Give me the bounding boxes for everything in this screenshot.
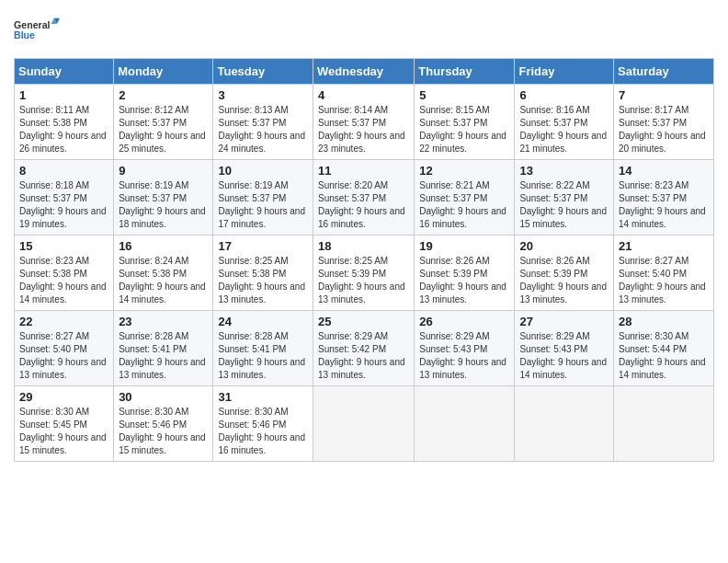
day-info: Sunrise: 8:27 AMSunset: 5:40 PMDaylight:… xyxy=(19,330,108,382)
day-info: Sunrise: 8:18 AMSunset: 5:37 PMDaylight:… xyxy=(19,179,108,231)
day-number: 26 xyxy=(419,315,509,328)
week-row-4: 22 Sunrise: 8:27 AMSunset: 5:40 PMDaylig… xyxy=(15,311,714,386)
calendar-cell: 31 Sunrise: 8:30 AMSunset: 5:46 PMDaylig… xyxy=(213,386,313,462)
day-info: Sunrise: 8:26 AMSunset: 5:39 PMDaylight:… xyxy=(419,255,509,306)
calendar-cell: 4 Sunrise: 8:14 AMSunset: 5:37 PMDayligh… xyxy=(313,85,415,160)
day-number: 31 xyxy=(218,390,308,404)
logo: General Blue xyxy=(14,9,60,51)
day-info: Sunrise: 8:29 AMSunset: 5:43 PMDaylight:… xyxy=(419,330,509,382)
calendar-cell: 19 Sunrise: 8:26 AMSunset: 5:39 PMDaylig… xyxy=(415,236,515,311)
day-info: Sunrise: 8:16 AMSunset: 5:37 PMDaylight:… xyxy=(519,104,609,155)
calendar-cell: 7 Sunrise: 8:17 AMSunset: 5:37 PMDayligh… xyxy=(614,85,714,160)
calendar-cell: 5 Sunrise: 8:15 AMSunset: 5:37 PMDayligh… xyxy=(415,85,515,160)
day-info: Sunrise: 8:30 AMSunset: 5:45 PMDaylight:… xyxy=(19,406,108,457)
day-info: Sunrise: 8:23 AMSunset: 5:38 PMDaylight:… xyxy=(19,255,108,306)
calendar-cell: 20 Sunrise: 8:26 AMSunset: 5:39 PMDaylig… xyxy=(515,236,614,311)
day-number: 14 xyxy=(619,164,709,178)
day-info: Sunrise: 8:22 AMSunset: 5:37 PMDaylight:… xyxy=(519,179,609,231)
calendar-cell xyxy=(614,386,714,462)
day-info: Sunrise: 8:23 AMSunset: 5:37 PMDaylight:… xyxy=(619,179,709,231)
day-info: Sunrise: 8:30 AMSunset: 5:46 PMDaylight:… xyxy=(119,406,208,457)
calendar-cell: 15 Sunrise: 8:23 AMSunset: 5:38 PMDaylig… xyxy=(15,236,114,311)
day-info: Sunrise: 8:19 AMSunset: 5:37 PMDaylight:… xyxy=(218,179,308,231)
day-number: 25 xyxy=(318,315,409,328)
calendar-cell: 6 Sunrise: 8:16 AMSunset: 5:37 PMDayligh… xyxy=(515,85,614,160)
week-row-5: 29 Sunrise: 8:30 AMSunset: 5:45 PMDaylig… xyxy=(15,386,714,462)
calendar-cell: 9 Sunrise: 8:19 AMSunset: 5:37 PMDayligh… xyxy=(114,160,213,236)
day-number: 30 xyxy=(119,390,208,404)
week-row-2: 8 Sunrise: 8:18 AMSunset: 5:37 PMDayligh… xyxy=(15,160,714,236)
day-info: Sunrise: 8:25 AMSunset: 5:38 PMDaylight:… xyxy=(218,255,308,306)
day-number: 20 xyxy=(519,239,609,253)
day-info: Sunrise: 8:11 AMSunset: 5:38 PMDaylight:… xyxy=(19,104,108,155)
weekday-header-tuesday: Tuesday xyxy=(213,59,313,85)
day-info: Sunrise: 8:13 AMSunset: 5:37 PMDaylight:… xyxy=(218,104,308,155)
day-number: 17 xyxy=(218,239,308,253)
calendar-cell: 16 Sunrise: 8:24 AMSunset: 5:38 PMDaylig… xyxy=(114,236,213,311)
day-number: 7 xyxy=(619,88,709,102)
day-info: Sunrise: 8:29 AMSunset: 5:43 PMDaylight:… xyxy=(519,330,609,382)
day-info: Sunrise: 8:15 AMSunset: 5:37 PMDaylight:… xyxy=(419,104,509,155)
calendar-cell: 8 Sunrise: 8:18 AMSunset: 5:37 PMDayligh… xyxy=(15,160,114,236)
calendar-cell: 12 Sunrise: 8:21 AMSunset: 5:37 PMDaylig… xyxy=(415,160,515,236)
calendar-cell: 11 Sunrise: 8:20 AMSunset: 5:37 PMDaylig… xyxy=(313,160,415,236)
day-info: Sunrise: 8:12 AMSunset: 5:37 PMDaylight:… xyxy=(119,104,208,155)
svg-text:Blue: Blue xyxy=(14,29,35,40)
calendar-cell: 13 Sunrise: 8:22 AMSunset: 5:37 PMDaylig… xyxy=(515,160,614,236)
calendar-cell xyxy=(515,386,614,462)
day-info: Sunrise: 8:24 AMSunset: 5:38 PMDaylight:… xyxy=(119,255,208,306)
calendar-cell: 14 Sunrise: 8:23 AMSunset: 5:37 PMDaylig… xyxy=(614,160,714,236)
week-row-1: 1 Sunrise: 8:11 AMSunset: 5:38 PMDayligh… xyxy=(15,85,714,160)
day-number: 24 xyxy=(218,315,308,328)
day-info: Sunrise: 8:21 AMSunset: 5:37 PMDaylight:… xyxy=(419,179,509,231)
day-info: Sunrise: 8:25 AMSunset: 5:39 PMDaylight:… xyxy=(318,255,409,306)
calendar-cell: 10 Sunrise: 8:19 AMSunset: 5:37 PMDaylig… xyxy=(213,160,313,236)
calendar-cell: 29 Sunrise: 8:30 AMSunset: 5:45 PMDaylig… xyxy=(15,386,114,462)
calendar-cell xyxy=(415,386,515,462)
day-number: 28 xyxy=(619,315,709,328)
day-number: 29 xyxy=(19,390,108,404)
weekday-header-monday: Monday xyxy=(114,59,213,85)
day-number: 18 xyxy=(318,239,409,253)
day-number: 5 xyxy=(419,88,509,102)
calendar-cell xyxy=(313,386,415,462)
weekday-header-saturday: Saturday xyxy=(614,59,714,85)
day-number: 19 xyxy=(419,239,509,253)
calendar-cell: 3 Sunrise: 8:13 AMSunset: 5:37 PMDayligh… xyxy=(213,85,313,160)
day-info: Sunrise: 8:17 AMSunset: 5:37 PMDaylight:… xyxy=(619,104,709,155)
calendar-cell: 22 Sunrise: 8:27 AMSunset: 5:40 PMDaylig… xyxy=(15,311,114,386)
weekday-header-friday: Friday xyxy=(515,59,614,85)
day-number: 6 xyxy=(519,88,609,102)
calendar: SundayMondayTuesdayWednesdayThursdayFrid… xyxy=(14,58,714,462)
calendar-cell: 23 Sunrise: 8:28 AMSunset: 5:41 PMDaylig… xyxy=(114,311,213,386)
day-info: Sunrise: 8:26 AMSunset: 5:39 PMDaylight:… xyxy=(519,255,609,306)
day-info: Sunrise: 8:30 AMSunset: 5:46 PMDaylight:… xyxy=(218,406,308,457)
calendar-cell: 18 Sunrise: 8:25 AMSunset: 5:39 PMDaylig… xyxy=(313,236,415,311)
day-info: Sunrise: 8:29 AMSunset: 5:42 PMDaylight:… xyxy=(318,330,409,382)
calendar-cell: 28 Sunrise: 8:30 AMSunset: 5:44 PMDaylig… xyxy=(614,311,714,386)
calendar-cell: 25 Sunrise: 8:29 AMSunset: 5:42 PMDaylig… xyxy=(313,311,415,386)
calendar-cell: 17 Sunrise: 8:25 AMSunset: 5:38 PMDaylig… xyxy=(213,236,313,311)
day-info: Sunrise: 8:28 AMSunset: 5:41 PMDaylight:… xyxy=(218,330,308,382)
day-number: 3 xyxy=(218,88,308,102)
day-number: 8 xyxy=(19,164,108,178)
calendar-cell: 27 Sunrise: 8:29 AMSunset: 5:43 PMDaylig… xyxy=(515,311,614,386)
weekday-header-wednesday: Wednesday xyxy=(313,59,415,85)
day-number: 11 xyxy=(318,164,409,178)
day-number: 13 xyxy=(519,164,609,178)
page: General Blue SundayMondayTuesdayWednesda… xyxy=(0,0,728,563)
day-number: 4 xyxy=(318,88,409,102)
calendar-cell: 2 Sunrise: 8:12 AMSunset: 5:37 PMDayligh… xyxy=(114,85,213,160)
day-number: 1 xyxy=(19,88,108,102)
weekday-header-thursday: Thursday xyxy=(415,59,515,85)
day-number: 22 xyxy=(19,315,108,328)
day-info: Sunrise: 8:19 AMSunset: 5:37 PMDaylight:… xyxy=(119,179,208,231)
calendar-cell: 1 Sunrise: 8:11 AMSunset: 5:38 PMDayligh… xyxy=(15,85,114,160)
weekday-header-sunday: Sunday xyxy=(15,59,114,85)
day-number: 12 xyxy=(419,164,509,178)
svg-text:General: General xyxy=(14,19,51,30)
day-number: 15 xyxy=(19,239,108,253)
day-number: 21 xyxy=(619,239,709,253)
day-info: Sunrise: 8:20 AMSunset: 5:37 PMDaylight:… xyxy=(318,179,409,231)
calendar-cell: 21 Sunrise: 8:27 AMSunset: 5:40 PMDaylig… xyxy=(614,236,714,311)
